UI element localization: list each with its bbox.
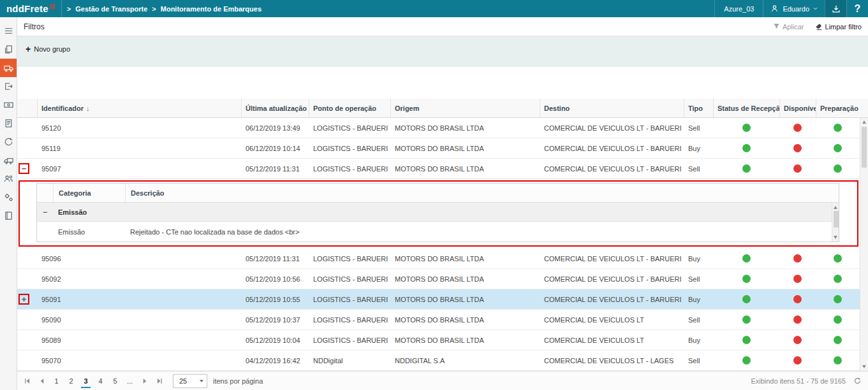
sidebar-item-settings[interactable] (0, 188, 17, 206)
apply-filter-label: Aplicar (783, 23, 804, 31)
sidebar-item-history[interactable] (0, 133, 17, 151)
export-icon (3, 81, 14, 92)
detail-group-row[interactable]: − Emissão (37, 203, 839, 222)
cell-status-recepcao (713, 124, 779, 133)
table-row[interactable]: 95120 06/12/2019 13:49 LOGISTICS - BARUE… (17, 118, 860, 138)
scroll-up-icon[interactable] (834, 206, 837, 209)
status-dot (834, 336, 842, 344)
group-collapse-icon[interactable]: − (43, 208, 47, 217)
cell-origem: NDDIGITAL S.A (390, 357, 540, 365)
table-row[interactable]: 95096 05/12/2019 11:31 LOGISTICS - BARUE… (17, 249, 860, 269)
scroll-up-icon[interactable] (862, 120, 866, 124)
page-more[interactable]: ... (122, 373, 137, 389)
breadcrumb-item-gestao[interactable]: Gestão de Transporte (75, 5, 147, 13)
collapse-row-button[interactable]: − (22, 164, 27, 173)
table-body: 95120 06/12/2019 13:49 LOGISTICS - BARUE… (17, 118, 868, 371)
status-dot (793, 144, 802, 152)
menu-icon (3, 25, 14, 36)
sidebar-item-export[interactable] (0, 77, 17, 96)
vertical-scrollbar[interactable] (860, 118, 868, 371)
page-size-select[interactable]: 25 (173, 374, 207, 388)
scrollbar-thumb[interactable] (862, 127, 867, 168)
sidebar-item-menu[interactable] (0, 22, 17, 40)
scroll-down-icon[interactable] (862, 365, 866, 368)
cell-preparacao (816, 275, 860, 284)
cell-tipo: Sell (684, 357, 713, 365)
header-status-recepcao[interactable]: Status de Recepção (713, 99, 779, 117)
help-button[interactable]: ? (846, 0, 868, 17)
filters-actions: Aplicar Limpar filtro (773, 22, 862, 31)
detail-row[interactable]: Emissão Rejeitado - CTe nao localizada n… (37, 222, 839, 242)
status-dot (742, 124, 751, 132)
sidebar-item-monitoramento-embarques[interactable] (0, 59, 17, 77)
header-tipo[interactable]: Tipo (684, 99, 713, 117)
environment-label[interactable]: Azure_03 (714, 0, 763, 17)
new-group-button[interactable]: + Novo grupo (26, 45, 70, 54)
cell-tipo: Buy (684, 296, 713, 303)
cell-identificador: 95092 (37, 275, 241, 283)
detail-header-categoria[interactable]: Categoria (53, 184, 125, 202)
apply-filter-button[interactable]: Aplicar (773, 23, 804, 31)
header-origem[interactable]: Origem (390, 99, 540, 117)
detail-header: Categoria Descrição (37, 184, 839, 203)
table-row[interactable]: 95089 05/12/2019 10:04 LOGISTICS - BARUE… (17, 330, 860, 350)
header-disponivel[interactable]: Disponível (779, 99, 816, 117)
refresh-button[interactable] (853, 377, 862, 385)
pager-right: Exibindo itens 51 - 75 de 9165 (751, 377, 862, 385)
sidebar-item-delivery[interactable] (0, 151, 17, 170)
page-number-5[interactable]: 5 (108, 373, 122, 389)
scrollbar-thumb[interactable] (834, 211, 839, 227)
first-page-button[interactable] (20, 373, 34, 389)
download-button[interactable] (825, 0, 846, 17)
header-identificador[interactable]: Identificador ↓ (37, 99, 241, 117)
cell-destino: COMERCIAL DE VEICULOS LT - LAGES (540, 357, 684, 365)
cell-status-recepcao (713, 254, 779, 263)
user-menu[interactable]: Eduardo (763, 0, 825, 17)
user-name: Eduardo (783, 5, 809, 13)
status-dot (742, 164, 751, 173)
scroll-down-icon[interactable] (834, 236, 837, 239)
expand-row-button[interactable]: + (22, 295, 27, 303)
table-row[interactable]: 95119 06/12/2019 10:14 LOGISTICS - BARUE… (17, 138, 860, 159)
cell-status-recepcao (713, 336, 779, 345)
detail-header-descricao[interactable]: Descrição (125, 184, 839, 202)
cell-identificador: 95096 (37, 255, 241, 263)
detail-scrollbar[interactable] (832, 203, 839, 242)
sidebar-item-users[interactable] (0, 170, 17, 188)
clear-filter-label: Limpar filtro (825, 23, 862, 31)
sidebar-item-billing[interactable] (0, 114, 17, 133)
download-icon (831, 4, 841, 14)
page-number-2[interactable]: 2 (64, 373, 78, 389)
sidebar-item-documents[interactable] (0, 40, 17, 59)
cell-tipo: Buy (684, 336, 713, 344)
page-number-4[interactable]: 4 (93, 373, 108, 389)
cell-destino: COMERCIAL DE VEICULOS LT - BARUERI (540, 165, 684, 173)
sidebar-item-payments[interactable] (0, 96, 17, 114)
header-preparacao[interactable]: Preparação (816, 99, 860, 117)
page-number-3-current[interactable]: 3 (78, 373, 93, 389)
status-dot (834, 124, 842, 132)
table-row-expanded[interactable]: − 95097 05/12/2019 11:31 LOGISTICS - BAR… (17, 159, 860, 179)
cell-origem: MOTORS DO BRASIL LTDA (390, 296, 540, 303)
clear-filter-button[interactable]: Limpar filtro (814, 22, 862, 31)
table-row[interactable]: 95070 04/12/2019 16:42 NDDigital NDDIGIT… (17, 350, 860, 371)
header-ponto-operacao[interactable]: Ponto de operação (309, 99, 390, 117)
status-dot (742, 295, 751, 303)
header-destino[interactable]: Destino (540, 99, 684, 117)
next-page-button[interactable] (137, 373, 152, 389)
sidebar-item-reports[interactable] (0, 206, 17, 225)
filters-bar: Filtros Aplicar Limpar filtro (17, 17, 868, 36)
app-logo[interactable]: nddFrete (0, 0, 62, 17)
table-row-selected[interactable]: + 95091 05/12/2019 10:55 LOGISTICS - BAR… (17, 289, 860, 310)
cell-ultima-atualizacao: 05/12/2019 11:31 (241, 255, 309, 263)
cell-ultima-atualizacao: 04/12/2019 16:42 (241, 357, 309, 365)
header-ultima-atualizacao[interactable]: Última atualização (241, 99, 309, 117)
breadcrumb-item-monitoramento[interactable]: Monitoramento de Embarques (161, 5, 261, 13)
table-row[interactable]: 95090 05/12/2019 10:37 LOGISTICS - BARUE… (17, 310, 860, 330)
last-page-button[interactable] (152, 373, 166, 389)
page-number-1[interactable]: 1 (49, 373, 64, 389)
cell-ponto-operacao: LOGISTICS - BARUERI (309, 165, 390, 173)
filters-title: Filtros (24, 22, 45, 31)
previous-page-button[interactable] (34, 373, 49, 389)
table-row[interactable]: 95092 05/12/2019 10:56 LOGISTICS - BARUE… (17, 269, 860, 289)
